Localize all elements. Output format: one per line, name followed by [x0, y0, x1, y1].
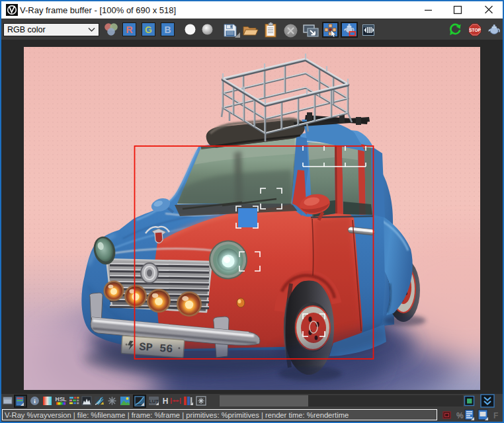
svg-text:STOP: STOP [469, 28, 481, 32]
svg-text:LUT: LUT [149, 399, 159, 404]
svg-text:HSL: HSL [56, 396, 67, 403]
svg-text:H: H [163, 397, 169, 406]
svg-text:F: F [493, 411, 498, 420]
svg-text:G: G [145, 24, 152, 35]
svg-text:%: % [456, 411, 464, 420]
svg-text:R: R [126, 24, 132, 35]
svg-text:B: B [164, 24, 171, 35]
